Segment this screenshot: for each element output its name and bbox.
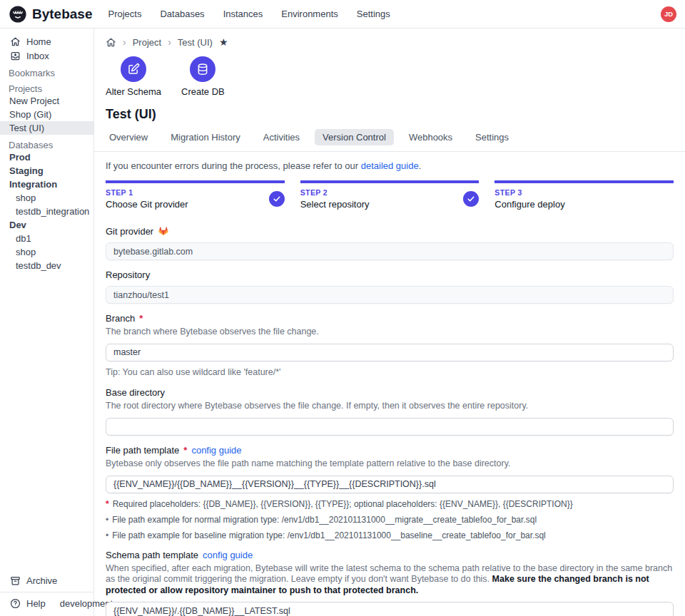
step-3-eyebrow: STEP 3	[494, 188, 564, 197]
tab-version-control[interactable]: Version Control	[315, 129, 394, 145]
sidebar-env-integration[interactable]: Integration	[0, 178, 93, 191]
file-path-required-note: * Required placeholders: {{DB_NAME}}, {{…	[106, 499, 674, 509]
file-path-template-field: File path template * config guide Byteba…	[106, 445, 674, 540]
favorite-star-icon[interactable]: ★	[219, 36, 228, 48]
breadcrumb-current[interactable]: Test (UI)	[178, 37, 213, 48]
schema-path-template-input[interactable]	[106, 602, 674, 616]
alter-schema-icon	[121, 56, 146, 82]
wizard-steps: STEP 1 Choose Git provider STEP 2 Select…	[106, 180, 674, 210]
top-header: Bytebase Projects Databases Instances En…	[0, 0, 685, 29]
nav-environments[interactable]: Environments	[281, 9, 338, 19]
main-panel: › Project › Test (UI) ★ Alter Schema	[94, 29, 685, 616]
schema-path-template-field: Schema path template config guide When s…	[106, 550, 674, 616]
git-provider-field: Git provider	[106, 225, 674, 260]
bytebase-logo-icon	[9, 5, 27, 24]
step-2: STEP 2 Select repository	[300, 180, 480, 210]
git-provider-input	[106, 242, 674, 260]
base-directory-field: Base directory The root directory where …	[106, 387, 674, 436]
sidebar-item-test-ui[interactable]: Test (UI)	[0, 121, 93, 135]
sidebar-db-db1[interactable]: db1	[0, 232, 93, 245]
sidebar-archive-label: Archive	[26, 575, 57, 586]
repository-input	[106, 286, 674, 304]
breadcrumb-project[interactable]: Project	[133, 37, 161, 48]
sidebar-db-integration-shop[interactable]: shop	[0, 191, 93, 205]
nav-instances[interactable]: Instances	[223, 9, 263, 19]
required-mark: *	[183, 445, 187, 456]
step-2-name: Select repository	[300, 199, 370, 210]
branch-label: Branch	[106, 313, 135, 324]
branch-description: The branch where Bytebase observes the f…	[106, 327, 674, 338]
bullet-mark: •	[106, 515, 108, 525]
file-path-required-note-text: Required placeholders: {{DB_NAME}}, {{VE…	[113, 499, 573, 509]
brand-name: Bytebase	[32, 6, 93, 22]
gitlab-icon	[158, 225, 169, 237]
nav-projects[interactable]: Projects	[108, 9, 142, 19]
create-db-icon	[190, 56, 215, 82]
sidebar-home-label: Home	[26, 36, 51, 47]
file-path-config-guide-link[interactable]: config guide	[191, 445, 241, 456]
breadcrumb: › Project › Test (UI) ★	[94, 29, 685, 51]
sidebar-db-dev-shop[interactable]: shop	[0, 245, 93, 259]
sidebar-db-testdb-integration[interactable]: testdb_integration	[0, 205, 93, 218]
sidebar-env-dev[interactable]: Dev	[0, 218, 93, 232]
schema-path-config-guide-link[interactable]: config guide	[203, 550, 253, 560]
bullet-mark: •	[106, 530, 108, 540]
step-1-name: Choose Git provider	[106, 199, 188, 210]
alter-schema-button[interactable]: Alter Schema	[106, 56, 161, 97]
error-help-text: If you encounter errors during the proce…	[106, 160, 674, 171]
base-directory-description: The root directory where Bytebase observ…	[106, 401, 674, 412]
tab-webhooks[interactable]: Webhooks	[401, 129, 460, 145]
sidebar-section-projects: Projects	[0, 81, 93, 94]
schema-path-template-label: Schema path template	[106, 550, 198, 560]
user-avatar[interactable]: JD	[661, 6, 676, 22]
quick-actions: Alter Schema Create DB	[94, 51, 685, 101]
tab-settings[interactable]: Settings	[467, 129, 517, 145]
help-icon[interactable]	[10, 598, 21, 609]
file-path-example-baseline: • File path example for baseline migrati…	[106, 530, 674, 540]
branch-input[interactable]	[106, 344, 674, 361]
required-mark: *	[139, 313, 143, 324]
sidebar-item-archive[interactable]: Archive	[0, 573, 93, 587]
sidebar: Home Inbox Bookmarks Projects New Projec…	[0, 29, 94, 616]
sidebar-item-inbox[interactable]: Inbox	[0, 48, 93, 63]
git-provider-label: Git provider	[106, 226, 153, 237]
file-path-example-baseline-text: File path example for baseline migration…	[112, 530, 546, 540]
error-help-suffix: .	[419, 160, 422, 171]
file-path-example-normal-text: File path example for normal migration t…	[112, 515, 537, 525]
sidebar-item-shop-git[interactable]: Shop (Git)	[0, 108, 93, 121]
base-directory-input[interactable]	[106, 418, 674, 436]
breadcrumb-home-icon[interactable]	[106, 37, 116, 48]
breadcrumb-separator: ›	[168, 36, 171, 48]
tab-migration-history[interactable]: Migration History	[163, 129, 248, 145]
repository-field: Repository	[106, 270, 674, 304]
repository-label: Repository	[106, 270, 150, 280]
detailed-guide-link[interactable]: detailed guide	[361, 160, 419, 171]
page-title: Test (UI)	[94, 101, 685, 129]
create-db-button[interactable]: Create DB	[181, 56, 225, 97]
inbox-icon	[10, 51, 21, 61]
tab-activities[interactable]: Activities	[255, 129, 308, 145]
step-2-eyebrow: STEP 2	[300, 188, 370, 197]
version-control-panel: If you encounter errors during the proce…	[94, 152, 685, 616]
sidebar-item-new-project[interactable]: New Project	[0, 94, 93, 108]
file-path-template-label: File path template	[106, 445, 179, 456]
sidebar-db-testdb-dev[interactable]: testdb_dev	[0, 259, 93, 272]
step-1: STEP 1 Choose Git provider	[106, 180, 285, 210]
nav-databases[interactable]: Databases	[160, 9, 204, 19]
step-2-check-icon	[463, 191, 479, 207]
file-path-template-input[interactable]	[106, 476, 674, 493]
required-mark: *	[106, 499, 109, 509]
tab-overview[interactable]: Overview	[101, 129, 156, 145]
branch-tip: Tip: You can also use wildcard like 'fea…	[106, 367, 674, 379]
help-label[interactable]: Help	[26, 598, 46, 609]
breadcrumb-separator: ›	[123, 36, 126, 48]
nav-settings[interactable]: Settings	[357, 9, 390, 19]
home-icon	[10, 36, 21, 47]
alter-schema-label: Alter Schema	[106, 86, 161, 97]
sidebar-env-prod[interactable]: Prod	[0, 150, 93, 164]
bytebase-logo[interactable]: Bytebase	[9, 5, 93, 24]
sidebar-env-staging[interactable]: Staging	[0, 164, 93, 178]
sidebar-item-home[interactable]: Home	[0, 34, 93, 48]
step-3: STEP 3 Configure deploy	[494, 180, 674, 210]
tab-bar: Overview Migration History Activities Ve…	[94, 129, 685, 152]
